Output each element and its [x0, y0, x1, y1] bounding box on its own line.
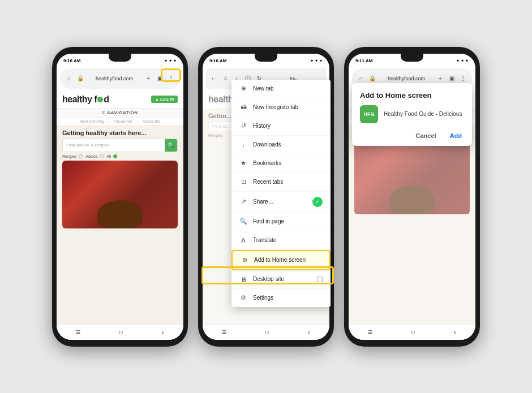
nav-home-btn-2[interactable]: ≡: [222, 327, 226, 336]
home-icon-3[interactable]: ⌂: [357, 74, 366, 83]
recent-tabs-icon: ⊡: [239, 178, 247, 186]
nav-circle-btn-1[interactable]: ○: [119, 327, 123, 336]
cancel-button[interactable]: Cancel: [414, 131, 439, 140]
hero-section-1: Getting healthy starts here... Find advi…: [57, 125, 183, 324]
notch-2: [255, 54, 277, 62]
dialog-title: Add to Home screen: [360, 91, 464, 100]
menu-history[interactable]: ↺ History: [231, 117, 331, 136]
nav-back-btn-2[interactable]: ‹: [308, 327, 311, 336]
menu-settings[interactable]: ⚙ Settings: [231, 289, 331, 307]
lock-icon: 🔒: [76, 74, 85, 83]
site-content-1: healthy fd ▲ LOG IN ≡ NAVIGATION Meal pl…: [57, 91, 183, 324]
bowl-3: [389, 186, 435, 214]
history-icon: ↺: [239, 122, 247, 130]
star-icon[interactable]: ☆: [221, 74, 230, 83]
add-home-icon: ⊕: [241, 256, 248, 264]
phone-2: 9:10 AM ✦ ✦ ✦ ← ☆ ↓ ⓘ ↻ he... healthy fd: [198, 47, 334, 347]
tab-count-icon[interactable]: ▣: [155, 74, 164, 83]
menu-desktop-site[interactable]: 🖥 Desktop site: [231, 270, 331, 289]
menu-recent-tabs[interactable]: ⊡ Recent tabs: [231, 173, 331, 192]
status-time-3: 9:11 AM: [355, 58, 372, 63]
app-icon: HFG: [360, 105, 378, 123]
site-logo-1: healthy fd: [62, 94, 109, 105]
bottom-nav-3: ≡ ○ ‹: [349, 324, 475, 340]
radio-advice[interactable]: [100, 154, 104, 158]
menu-translate[interactable]: A Translate: [231, 231, 331, 250]
notch-1: [109, 54, 131, 62]
add-tab-icon-3[interactable]: +: [436, 74, 445, 83]
dialog-buttons: Cancel Add: [360, 131, 464, 140]
logo-bar-1: healthy fd ▲ LOG IN: [57, 91, 183, 108]
whatsapp-icon[interactable]: ✓: [312, 197, 323, 207]
checkbox-icon: [317, 277, 323, 282]
status-time-2: 9:10 AM: [209, 58, 226, 63]
menu-new-tab[interactable]: ⊕ New tab: [231, 80, 331, 98]
incognito-icon: 🕶: [239, 103, 247, 111]
phone-1: 9:10 AM ✦ ✦ ✦ ⌂ 🔒 healthyfood.com + ▣ ⋮ …: [52, 47, 188, 347]
menu-find-in-page[interactable]: 🔍 Find in page: [231, 213, 331, 231]
nav-home-btn-1[interactable]: ≡: [76, 327, 80, 336]
status-time-1: 9:10 AM: [63, 58, 80, 63]
three-dot-menu-icon-3[interactable]: ⋮: [458, 74, 467, 83]
bowl-1: [97, 200, 143, 228]
radio-row-1: Recipes Advice All: [62, 154, 178, 158]
nav-home-btn-3[interactable]: ≡: [368, 327, 372, 336]
menu-add-to-home[interactable]: ⊕ Add to Home screen: [231, 250, 331, 270]
add-tab-icon[interactable]: +: [144, 74, 153, 83]
nav-back-btn-1[interactable]: ‹: [162, 327, 165, 336]
tab-count-icon-3[interactable]: ▣: [447, 74, 456, 83]
search-button-1[interactable]: 🔍: [165, 139, 177, 152]
dropdown-menu: ⊕ New tab 🕶 New Incognito tab ↺ History …: [231, 80, 331, 307]
nav-back-btn-3[interactable]: ‹: [454, 327, 457, 336]
dialog-app-row: HFG Healthy Food Guide - Delicious: [360, 105, 464, 123]
desktop-icon: 🖥: [239, 275, 247, 283]
radio-recipes[interactable]: [79, 154, 83, 158]
scene: 9:10 AM ✦ ✦ ✦ ⌂ 🔒 healthyfood.com + ▣ ⋮ …: [0, 0, 532, 393]
bookmarks-icon: ★: [239, 159, 247, 167]
hero-title-1: Getting healthy starts here...: [62, 129, 178, 136]
notch-3: [401, 54, 423, 62]
add-home-dialog: Add to Home screen HFG Healthy Food Guid…: [352, 83, 472, 146]
status-icons-2: ✦ ✦ ✦: [310, 59, 323, 63]
find-icon: 🔍: [239, 218, 247, 226]
share-icon: ↗: [239, 198, 247, 206]
bottom-nav-2: ≡ ○ ‹: [203, 324, 329, 340]
settings-icon: ⚙: [239, 294, 247, 302]
menu-share[interactable]: ↗ Share… ✓: [231, 192, 331, 213]
menu-downloads[interactable]: ↓ Downloads: [231, 136, 331, 154]
back-icon[interactable]: ←: [209, 74, 218, 83]
lock-icon-3: 🔒: [368, 74, 377, 83]
nav-circle-btn-3[interactable]: ○: [411, 327, 415, 336]
url-display-1: healthyfood.com: [87, 76, 141, 81]
nav-circle-btn-2[interactable]: ○: [265, 327, 269, 336]
new-tab-icon: ⊕: [239, 85, 247, 93]
berry-image-1: [62, 161, 178, 228]
address-bar-1[interactable]: ⌂ 🔒 healthyfood.com + ▣ ⋮: [60, 68, 180, 89]
nav-bar-1: ≡ NAVIGATION: [57, 108, 183, 118]
radio-all[interactable]: [113, 154, 117, 158]
menu-incognito[interactable]: 🕶 New Incognito tab: [231, 98, 331, 117]
bottom-nav-1: ≡ ○ ‹: [57, 324, 183, 340]
add-button[interactable]: Add: [448, 131, 464, 140]
hero-section-3: [349, 125, 475, 324]
translate-icon: A: [239, 236, 247, 244]
search-placeholder-1: Find advice & recipes: [63, 141, 165, 149]
search-row-1[interactable]: Find advice & recipes 🔍: [62, 139, 178, 152]
login-button-1[interactable]: ▲ LOG IN: [151, 96, 178, 103]
app-name: Healthy Food Guide - Delicious: [384, 111, 462, 117]
menu-bookmarks[interactable]: ★ Bookmarks: [231, 154, 331, 173]
status-icons-3: ✦ ✦ ✦: [456, 59, 469, 63]
phone-3: 9:11 AM ✦ ✦ ✦ ⌂ 🔒 healthyfood.com + ▣ ⋮ …: [344, 47, 480, 347]
home-icon[interactable]: ⌂: [65, 74, 74, 83]
nav-links-1: Meal planning | Favourites | Subscribe: [57, 118, 183, 125]
three-dot-menu-icon[interactable]: ⋮: [166, 74, 175, 83]
status-icons-1: ✦ ✦ ✦: [164, 59, 177, 63]
downloads-icon: ↓: [239, 141, 247, 149]
url-display-3: healthyfood.com: [379, 76, 434, 81]
